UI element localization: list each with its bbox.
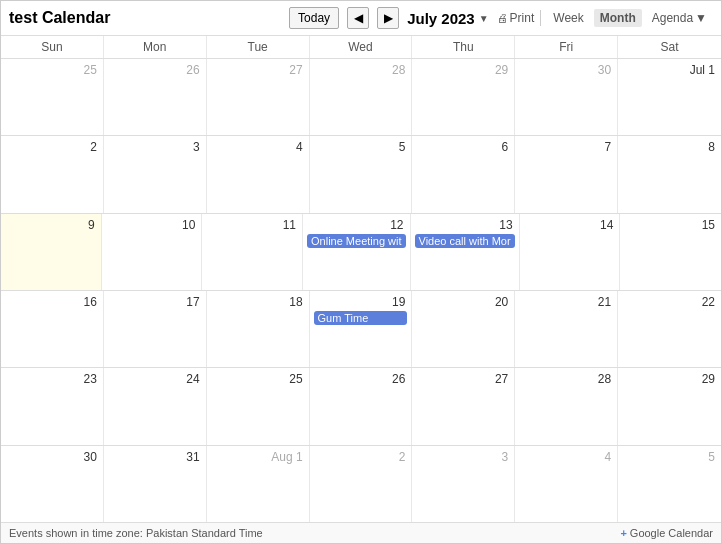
day-cell-14[interactable]: 14 xyxy=(520,214,621,290)
day-cell-22[interactable]: 22 xyxy=(618,291,721,367)
day-cell-21[interactable]: 21 xyxy=(515,291,618,367)
day-cell-9-today[interactable]: 9 xyxy=(1,214,102,290)
day-cell-15[interactable]: 15 xyxy=(620,214,721,290)
day-cell-5[interactable]: 5 xyxy=(310,136,413,212)
day-cell-6[interactable]: 6 xyxy=(412,136,515,212)
day-cell-jul1[interactable]: Jul 1 xyxy=(618,59,721,135)
header-sun: Sun xyxy=(1,36,104,58)
print-button[interactable]: 🖨 Print xyxy=(497,11,535,25)
day-cell-29[interactable]: 29 xyxy=(618,368,721,444)
day-cell-26[interactable]: 26 xyxy=(310,368,413,444)
calendar-header: test Calendar Today ◀ ▶ July 2023 ▼ 🖨 Pr… xyxy=(1,1,721,36)
google-calendar-link[interactable]: + Google Calendar xyxy=(620,527,713,539)
week-row-5: 23 24 25 26 27 28 29 xyxy=(1,368,721,445)
calendar-title: test Calendar xyxy=(9,9,281,27)
week-row-2: 2 3 4 5 6 7 8 xyxy=(1,136,721,213)
header-thu: Thu xyxy=(412,36,515,58)
day-cell-8[interactable]: 8 xyxy=(618,136,721,212)
day-cell-2[interactable]: 2 xyxy=(1,136,104,212)
day-cell-30[interactable]: 30 xyxy=(1,446,104,522)
day-cell-18[interactable]: 18 xyxy=(207,291,310,367)
month-dropdown-arrow: ▼ xyxy=(479,13,489,24)
day-cell-10[interactable]: 10 xyxy=(102,214,203,290)
header-tue: Tue xyxy=(207,36,310,58)
agenda-dropdown-icon: ▼ xyxy=(695,11,707,25)
week-row-4: 16 17 18 19 Gum Time 20 21 22 xyxy=(1,291,721,368)
event-gum-time[interactable]: Gum Time xyxy=(314,311,408,325)
day-cell-20[interactable]: 20 xyxy=(412,291,515,367)
week-view-button[interactable]: Week xyxy=(547,9,589,27)
week-row-6: 30 31 Aug 1 2 3 4 5 xyxy=(1,446,721,522)
day-cell-aug3[interactable]: 3 xyxy=(412,446,515,522)
event-online-meeting[interactable]: Online Meeting wit xyxy=(307,234,406,248)
day-cell-19[interactable]: 19 Gum Time xyxy=(310,291,413,367)
week-row-3: 9 10 11 12 Online Meeting wit 13 Video c… xyxy=(1,214,721,291)
today-button[interactable]: Today xyxy=(289,7,339,29)
event-video-call[interactable]: Video call with Mor xyxy=(415,234,515,248)
month-view-button[interactable]: Month xyxy=(594,9,642,27)
header-wed: Wed xyxy=(310,36,413,58)
day-cell-12[interactable]: 12 Online Meeting wit xyxy=(303,214,411,290)
separator xyxy=(540,10,541,26)
day-cell-7[interactable]: 7 xyxy=(515,136,618,212)
day-headers-row: Sun Mon Tue Wed Thu Fri Sat xyxy=(1,36,721,59)
next-button[interactable]: ▶ xyxy=(377,7,399,29)
day-cell-28[interactable]: 28 xyxy=(515,368,618,444)
day-cell-4[interactable]: 4 xyxy=(207,136,310,212)
day-cell-aug5[interactable]: 5 xyxy=(618,446,721,522)
day-cell[interactable]: 26 xyxy=(104,59,207,135)
day-cell-16[interactable]: 16 xyxy=(1,291,104,367)
day-cell-13[interactable]: 13 Video call with Mor xyxy=(411,214,520,290)
day-cell[interactable]: 29 xyxy=(412,59,515,135)
prev-button[interactable]: ◀ xyxy=(347,7,369,29)
day-cell[interactable]: 28 xyxy=(310,59,413,135)
day-cell-3[interactable]: 3 xyxy=(104,136,207,212)
day-cell[interactable]: 30 xyxy=(515,59,618,135)
calendar-footer: Events shown in time zone: Pakistan Stan… xyxy=(1,522,721,543)
day-cell-17[interactable]: 17 xyxy=(104,291,207,367)
day-cell-aug2[interactable]: 2 xyxy=(310,446,413,522)
printer-icon: 🖨 xyxy=(497,12,508,24)
calendar-container: test Calendar Today ◀ ▶ July 2023 ▼ 🖨 Pr… xyxy=(0,0,722,544)
header-fri: Fri xyxy=(515,36,618,58)
day-cell-aug1[interactable]: Aug 1 xyxy=(207,446,310,522)
day-cell-24[interactable]: 24 xyxy=(104,368,207,444)
view-controls: 🖨 Print Week Month Agenda ▼ xyxy=(497,9,713,27)
week-row-1: 25 26 27 28 29 30 Jul 1 xyxy=(1,59,721,136)
google-calendar-text: Google Calendar xyxy=(630,527,713,539)
day-cell-aug4[interactable]: 4 xyxy=(515,446,618,522)
day-cell-27[interactable]: 27 xyxy=(412,368,515,444)
day-cell[interactable]: 25 xyxy=(1,59,104,135)
agenda-view-button[interactable]: Agenda ▼ xyxy=(646,9,713,27)
month-year-label[interactable]: July 2023 ▼ xyxy=(407,10,488,27)
day-cell-11[interactable]: 11 xyxy=(202,214,303,290)
plus-icon: + xyxy=(620,527,626,539)
day-cell[interactable]: 27 xyxy=(207,59,310,135)
timezone-label: Events shown in time zone: Pakistan Stan… xyxy=(9,527,263,539)
day-cell-25[interactable]: 25 xyxy=(207,368,310,444)
day-cell-23[interactable]: 23 xyxy=(1,368,104,444)
day-cell-31[interactable]: 31 xyxy=(104,446,207,522)
header-mon: Mon xyxy=(104,36,207,58)
header-sat: Sat xyxy=(618,36,721,58)
calendar-grid: 25 26 27 28 29 30 Jul 1 2 3 4 5 6 7 8 9 … xyxy=(1,59,721,522)
